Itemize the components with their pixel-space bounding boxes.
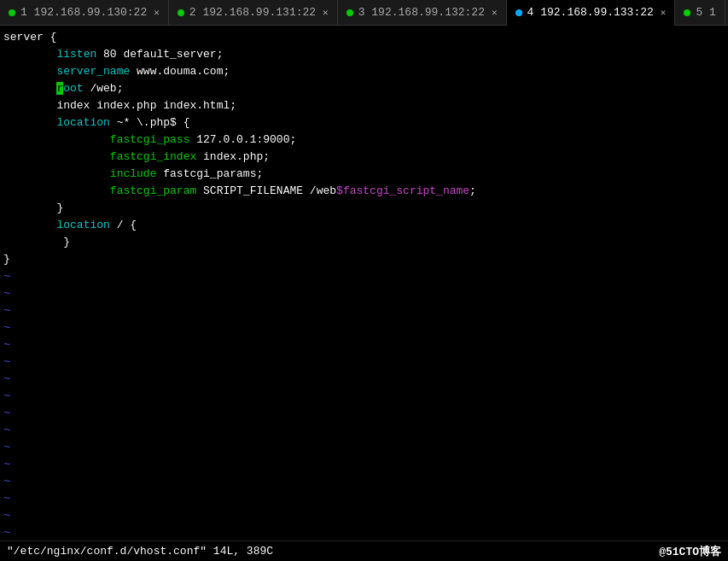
code-line-14: } <box>0 251 728 268</box>
tilde-line-8: ~ <box>0 405 728 422</box>
tab-close-tab2[interactable]: ✕ <box>323 7 329 18</box>
code-line-1: server { <box>0 29 728 46</box>
tab-dot-tab5 <box>684 9 690 16</box>
line-content-14: } <box>3 251 725 268</box>
tab-tab5[interactable]: 5 1 <box>675 0 725 26</box>
file-info: "/etc/nginx/conf.d/vhost.conf" 14L, 389C <box>7 545 273 558</box>
tilde-line-2: ~ <box>0 302 728 319</box>
tab-dot-tab2 <box>178 9 184 16</box>
tab-tab4[interactable]: 4 192.168.99.133:22✕ <box>507 0 676 26</box>
tab-dot-tab4 <box>515 9 522 16</box>
line-content-5: index index.php index.html; <box>3 97 725 114</box>
tilde-line-12: ~ <box>0 473 728 490</box>
tilde-line-0: ~ <box>0 268 728 285</box>
tab-close-tab3[interactable]: ✕ <box>492 7 498 18</box>
code-line-5: index index.php index.html; <box>0 97 728 114</box>
code-line-12: location / { <box>0 217 728 234</box>
tilde-line-1: ~ <box>0 285 728 302</box>
line-content-6: location ~* \.php$ { <box>3 114 725 131</box>
line-content-13: } <box>3 234 725 251</box>
tilde-line-3: ~ <box>0 319 728 336</box>
line-content-3: server_name www.douma.com; <box>3 63 725 80</box>
tilde-line-10: ~ <box>0 439 728 456</box>
tab-label-tab2: 2 192.168.99.131:22 <box>189 6 316 19</box>
tilde-line-4: ~ <box>0 336 728 354</box>
tilde-line-13: ~ <box>0 490 728 507</box>
tab-tab3[interactable]: 3 192.168.99.132:22✕ <box>338 0 507 26</box>
watermark: @51CTO博客 <box>659 544 721 559</box>
code-line-8: fastcgi_index index.php; <box>0 149 728 166</box>
line-content-11: } <box>3 200 725 217</box>
tilde-line-5: ~ <box>0 354 728 371</box>
code-line-2: listen 80 default_server; <box>0 46 728 63</box>
tab-tab2[interactable]: 2 192.168.99.131:22✕ <box>169 0 338 26</box>
line-content-1: server { <box>3 29 725 46</box>
line-content-7: fastcgi_pass 127.0.0.1:9000; <box>3 131 725 149</box>
code-line-11: } <box>0 200 728 217</box>
line-content-9: include fastcgi_params; <box>3 166 725 183</box>
line-content-8: fastcgi_index index.php; <box>3 149 725 166</box>
line-content-4: root /web; <box>3 80 725 97</box>
code-line-7: fastcgi_pass 127.0.0.1:9000; <box>0 131 728 149</box>
code-line-9: include fastcgi_params; <box>0 166 728 183</box>
code-line-4: root /web; <box>0 80 728 97</box>
tab-label-tab1: 1 192.168.99.130:22 <box>20 6 147 19</box>
tilde-line-6: ~ <box>0 371 728 388</box>
code-line-10: fastcgi_param SCRIPT_FILENAME /web$fastc… <box>0 183 728 200</box>
tilde-line-11: ~ <box>0 456 728 473</box>
tab-label-tab4: 4 192.168.99.133:22 <box>527 6 654 19</box>
status-bar: "/etc/nginx/conf.d/vhost.conf" 14L, 389C… <box>0 541 728 561</box>
tab-dot-tab1 <box>9 9 15 16</box>
tab-tab1[interactable]: 1 192.168.99.130:22✕ <box>0 0 169 26</box>
editor: server { listen 80 default_server; serve… <box>0 26 728 541</box>
tab-close-tab4[interactable]: ✕ <box>661 7 667 18</box>
tilde-line-14: ~ <box>0 507 728 524</box>
tab-bar: 1 192.168.99.130:22✕2 192.168.99.131:22✕… <box>0 0 728 26</box>
tab-label-tab3: 3 192.168.99.132:22 <box>358 6 485 19</box>
tab-label-tab5: 5 1 <box>696 6 715 19</box>
code-line-13: } <box>0 234 728 251</box>
line-content-12: location / { <box>3 217 725 234</box>
line-content-10: fastcgi_param SCRIPT_FILENAME /web$fastc… <box>3 183 725 200</box>
tab-dot-tab3 <box>347 9 353 16</box>
code-line-3: server_name www.douma.com; <box>0 63 728 80</box>
tilde-line-15: ~ <box>0 524 728 541</box>
tab-close-tab1[interactable]: ✕ <box>154 7 160 18</box>
code-line-6: location ~* \.php$ { <box>0 114 728 131</box>
tilde-line-7: ~ <box>0 388 728 405</box>
tilde-line-9: ~ <box>0 422 728 439</box>
line-content-2: listen 80 default_server; <box>3 46 725 63</box>
